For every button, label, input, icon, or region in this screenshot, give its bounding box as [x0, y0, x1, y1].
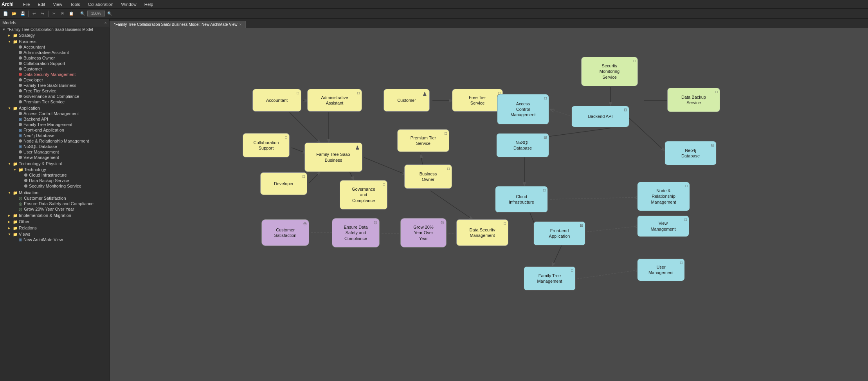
leaf-governance[interactable]: Governance and Compliance — [11, 94, 109, 99]
node-ensure-data-safety[interactable]: Ensure DataSafety andCompliance ◎ — [332, 218, 380, 247]
leaf-developer[interactable]: Developer — [11, 77, 109, 83]
node-frontend-app[interactable]: Front-endApplication ⊟ — [533, 221, 585, 246]
node-user-mgmt-icon: □ — [680, 260, 683, 265]
node-data-security-mgmt-label: Data SecurityManagement — [469, 227, 495, 238]
node-accountant[interactable]: Accountant □ — [252, 89, 301, 112]
tree-impl[interactable]: ▶ 📁 Implementation & Migration — [5, 212, 109, 218]
tree-business-label[interactable]: ▼ 📁 Business — [5, 39, 109, 44]
tree-strategy[interactable]: ▶ 📁 Strategy — [5, 32, 109, 38]
menu-window[interactable]: Window — [120, 1, 138, 7]
leaf-premium-tier[interactable]: Premium Tier Service — [11, 99, 109, 105]
leaf-customer[interactable]: Customer — [11, 66, 109, 72]
tree-application-label[interactable]: ▼ 📁 Application — [5, 105, 109, 111]
new-btn[interactable]: 📄 — [2, 10, 9, 18]
node-developer[interactable]: Developer □ — [260, 172, 307, 195]
tree-views-label[interactable]: ▼ 📁 Views — [5, 231, 109, 237]
leaf-frontend-app[interactable]: ⊞Front-end Application — [11, 127, 109, 133]
tree-impl-label[interactable]: ▶ 📁 Implementation & Migration — [5, 213, 109, 218]
node-data-backup[interactable]: Data BackupService □ — [667, 88, 720, 112]
leaf-family-tree-mgmt[interactable]: Family Tree Management — [11, 122, 109, 127]
node-backend-api-label: Backend API — [588, 114, 613, 119]
zoom-in-btn[interactable]: 🔍 — [79, 10, 86, 18]
leaf-family-tree-saas[interactable]: Family Tree SaaS Business — [11, 83, 109, 88]
save-btn[interactable]: 💾 — [19, 10, 27, 18]
menu-view[interactable]: View — [51, 1, 64, 7]
tree-motivation-label[interactable]: ▼ 📁 Motivation — [5, 190, 109, 195]
node-collab-support[interactable]: CollaborationSupport □ — [243, 133, 290, 157]
leaf-nosql[interactable]: ⊞NoSQL Database — [11, 144, 109, 149]
undo-btn[interactable]: ↩ — [30, 10, 38, 18]
node-user-mgmt[interactable]: UserManagement □ — [637, 258, 685, 281]
tree-relations-label[interactable]: ▶ 📁 Relations — [5, 225, 109, 231]
node-data-security-mgmt[interactable]: Data SecurityManagement □ — [456, 219, 508, 246]
zoom-out-btn[interactable]: 🔍 — [106, 10, 113, 18]
redo-btn[interactable]: ↪ — [39, 10, 47, 18]
paste-btn[interactable]: 📋 — [67, 10, 75, 18]
tree-business[interactable]: ▼ 📁 Business Accountant Administrative A… — [5, 38, 109, 105]
node-view-mgmt[interactable]: ViewManagement □ — [637, 215, 689, 237]
tree-motivation[interactable]: ▼ 📁 Motivation ◎Customer Satisfaction ◎E… — [5, 190, 109, 212]
node-admin-assistant[interactable]: AdministrativeAssistant □ — [307, 89, 362, 112]
node-free-tier[interactable]: Free TierService □ — [452, 89, 503, 112]
node-grow-20[interactable]: Grow 20%Year OverYear ◎ — [400, 218, 447, 247]
tree-relations[interactable]: ▶ 📁 Relations — [5, 225, 109, 231]
open-btn[interactable]: 📂 — [10, 10, 18, 18]
svg-line-9 — [290, 112, 321, 144]
menu-edit[interactable]: Edit — [36, 1, 47, 7]
node-backend-api[interactable]: Backend API ⊟ — [571, 106, 629, 127]
leaf-admin-assistant[interactable]: Administrative Assistant — [11, 50, 109, 55]
leaf-ensure-data[interactable]: ◎Ensure Data Safety and Compliance — [11, 201, 109, 206]
tree-root-label[interactable]: ▼ *Family Tree Collaboration SaaS Busine… — [0, 27, 109, 32]
sidebar-close[interactable]: × — [104, 20, 107, 25]
node-node-rel-mgmt[interactable]: Node &RelationshipManagement □ — [637, 182, 690, 211]
menu-collaboration[interactable]: Collaboration — [86, 1, 115, 7]
node-premium-tier[interactable]: Premium TierService □ — [397, 129, 449, 152]
leaf-security-monitoring[interactable]: Security Monitoring Service — [16, 183, 109, 189]
leaf-new-archimate[interactable]: ⊞New ArchiMate View — [11, 237, 109, 242]
leaf-view-mgmt[interactable]: View Management — [11, 155, 109, 160]
leaf-cloud-infra[interactable]: Cloud Infrastructure — [16, 172, 109, 178]
tree-technology[interactable]: ▼ 📁 Technology Cloud Infrastructure Data… — [11, 166, 109, 189]
leaf-data-backup[interactable]: Data Backup Service — [16, 178, 109, 183]
leaf-grow-20[interactable]: ◎Grow 20% Year Over Year — [11, 206, 109, 212]
node-security-monitoring[interactable]: SecurityMonitoringService □ — [581, 57, 638, 86]
cut-btn[interactable]: ✂ — [50, 10, 58, 18]
node-nosql-db[interactable]: NoSQLDatabase ⊟ — [496, 133, 549, 157]
tree-other-label[interactable]: ▶ 📁 Other — [5, 219, 109, 224]
node-customer[interactable]: Customer ♟ — [384, 89, 430, 112]
node-access-control[interactable]: AccessControlManagement □ — [497, 94, 549, 125]
node-family-tree-mgmt[interactable]: Family TreeManagement □ — [524, 266, 576, 291]
tree-strategy-label[interactable]: ▶ 📁 Strategy — [5, 33, 109, 38]
tree-other[interactable]: ▶ 📁 Other — [5, 218, 109, 225]
leaf-accountant[interactable]: Accountant — [11, 44, 109, 50]
menu-help[interactable]: Help — [143, 1, 155, 7]
node-family-tree-saas[interactable]: Family Tree SaaSBusiness ♟ — [304, 143, 362, 172]
leaf-neo4j[interactable]: ⊞Neo4j Database — [11, 133, 109, 138]
tab-close-btn[interactable]: × — [240, 22, 242, 27]
tree-views[interactable]: ▼ 📁 Views ⊞New ArchiMate View — [5, 231, 109, 243]
tree-tech-physical[interactable]: ▼ 📁 Technology & Physical ▼ 📁 Technology — [5, 161, 109, 190]
node-neo4j-db[interactable]: Neo4jDatabase ⊟ — [665, 141, 717, 165]
active-tab[interactable]: *Family Tree Collaboration SaaS Business… — [110, 21, 246, 28]
tree-technology-label[interactable]: ▼ 📁 Technology — [11, 167, 109, 172]
tree-root[interactable]: ▼ *Family Tree Collaboration SaaS Busine… — [0, 27, 109, 243]
leaf-free-tier[interactable]: Free Tier Service — [11, 88, 109, 94]
node-cloud-infra[interactable]: CloudInfrastructure □ — [495, 186, 548, 213]
menu-file[interactable]: File — [22, 1, 32, 7]
leaf-customer-sat[interactable]: ◎Customer Satisfaction — [11, 195, 109, 201]
leaf-business-owner[interactable]: Business Owner — [11, 55, 109, 61]
leaf-collab-support[interactable]: Collaboration Support — [11, 61, 109, 66]
leaf-access-control[interactable]: Access Control Management — [11, 111, 109, 116]
menu-tools[interactable]: Tools — [68, 1, 82, 7]
leaf-backend-api[interactable]: ⊞Backend API — [11, 116, 109, 122]
node-governance[interactable]: GovernanceandCompliance □ — [340, 180, 387, 209]
copy-btn[interactable]: ⎘ — [59, 10, 67, 18]
leaf-user-mgmt[interactable]: User Management — [11, 149, 109, 155]
tree-tech-label[interactable]: ▼ 📁 Technology & Physical — [5, 161, 109, 166]
leaf-node-rel[interactable]: Node & Relationship Management — [11, 138, 109, 144]
diagram-canvas[interactable]: Accountant □ AdministrativeAssistant □ C… — [110, 28, 868, 381]
leaf-data-security[interactable]: Data Security Management — [11, 72, 109, 77]
node-business-owner[interactable]: BusinessOwner □ — [404, 164, 452, 189]
tree-application[interactable]: ▼ 📁 Application Access Control Managemen… — [5, 105, 109, 161]
node-customer-satisfaction[interactable]: CustomerSatisfaction ◎ — [261, 219, 309, 246]
